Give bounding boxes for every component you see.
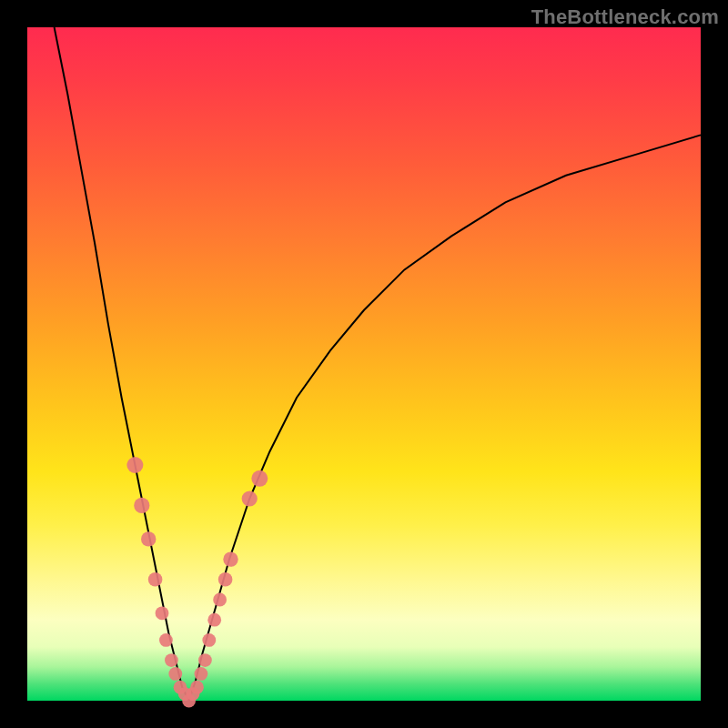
data-bead — [159, 633, 173, 647]
data-bead — [190, 681, 204, 694]
data-bead — [213, 593, 227, 607]
data-bead — [148, 572, 163, 587]
data-bead — [218, 572, 233, 587]
data-bead — [141, 531, 156, 546]
data-bead — [126, 457, 143, 473]
data-bead — [195, 667, 208, 681]
data-bead — [202, 633, 216, 647]
data-bead — [134, 498, 149, 513]
watermark-text: TheBottleneck.com — [531, 5, 719, 29]
data-bead — [156, 606, 169, 620]
data-beads — [126, 457, 268, 707]
data-bead — [223, 551, 238, 566]
plot-area — [27, 27, 701, 701]
data-bead — [198, 653, 212, 667]
data-bead — [207, 613, 221, 627]
curve-left-branch — [55, 27, 189, 701]
chart-canvas: TheBottleneck.com — [0, 0, 728, 728]
data-bead — [242, 490, 258, 506]
bottleneck-curve — [27, 27, 701, 701]
data-bead — [168, 667, 182, 681]
curve-right-branch — [189, 135, 701, 701]
data-bead — [165, 653, 178, 667]
data-bead — [251, 470, 268, 487]
